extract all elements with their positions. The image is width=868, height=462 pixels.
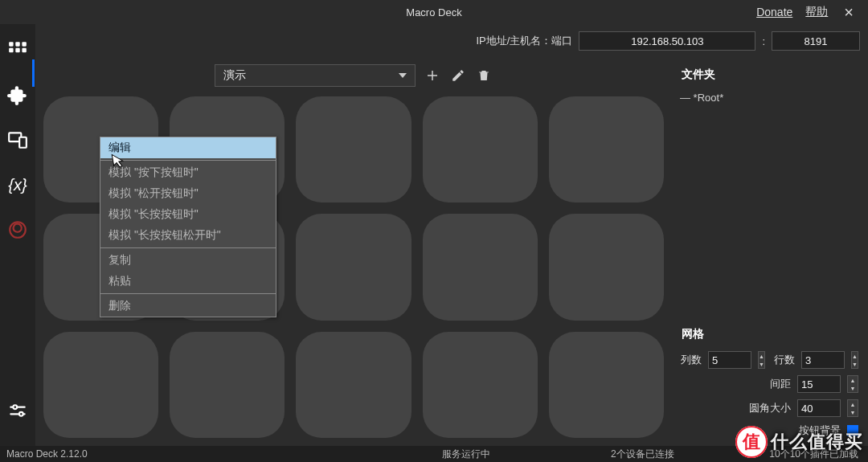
devices-icon[interactable] [6, 129, 29, 151]
chevron-down-icon [399, 73, 407, 78]
add-profile-icon[interactable] [424, 67, 441, 84]
status-plugins: 10个10个插件已加载 [769, 448, 858, 461]
bg-checkbox[interactable] [847, 425, 858, 436]
title-bar: Macro Deck Donate 帮助 × [0, 0, 868, 24]
cols-label: 列数 [678, 353, 702, 367]
pad-button[interactable] [170, 332, 285, 438]
svg-point-12 [19, 412, 23, 416]
deck-icon[interactable] [6, 39, 29, 61]
folders-header: 文件夹 [677, 66, 860, 84]
ctx-paste[interactable]: 粘贴 [100, 271, 276, 292]
connection-row: IP地址/主机名：端口 : [0, 27, 868, 55]
grid-header: 网格 [677, 325, 860, 343]
ctx-separator [100, 293, 276, 294]
status-devices: 2个设备已连接 [611, 448, 674, 461]
cols-spinner[interactable]: ▲▼ [758, 351, 765, 369]
grid-settings: 列数 ▲▼ 行数 ▲▼ 间距 ▲▼ 圆角大小 ▲▼ 按钮背景 [677, 348, 860, 441]
plugins-icon[interactable] [6, 84, 29, 106]
pad-button[interactable] [423, 96, 538, 202]
port-input[interactable] [772, 31, 860, 51]
sidebar: {x} [0, 24, 35, 446]
folder-root[interactable]: — *Root* [680, 92, 857, 104]
profile-select[interactable]: 演示 [215, 64, 416, 87]
sidebar-active-stripe [32, 59, 35, 87]
status-service: 服务运行中 [442, 448, 490, 461]
right-panel: 文件夹 — *Root* 网格 列数 ▲▼ 行数 ▲▼ 间距 ▲▼ 圆角大小 ▲… [672, 61, 868, 446]
radius-spinner[interactable]: ▲▼ [847, 399, 858, 417]
status-bar: Macro Deck 2.12.0 服务运行中 2个设备已连接 10个10个插件… [0, 446, 868, 462]
bg-label: 按钮背景 [799, 423, 841, 438]
settings-icon[interactable] [6, 399, 29, 422]
ip-label: IP地址/主机名：端口 [476, 34, 572, 48]
obs-icon[interactable] [6, 219, 29, 241]
ctx-separator [100, 160, 276, 161]
delete-profile-icon[interactable] [475, 67, 493, 84]
donate-link[interactable]: Donate [756, 6, 792, 18]
pad-button[interactable] [423, 214, 538, 320]
edit-profile-icon[interactable] [449, 67, 467, 84]
ctx-sim-long[interactable]: 模拟 "长按按钮时" [100, 204, 276, 225]
ip-input[interactable] [579, 31, 755, 51]
gap-spinner[interactable]: ▲▼ [847, 375, 858, 393]
folder-tree[interactable]: — *Root* [677, 88, 860, 321]
pad-button[interactable] [549, 332, 664, 438]
svg-rect-7 [19, 137, 27, 148]
ctx-copy[interactable]: 复制 [100, 250, 276, 271]
radius-input[interactable] [797, 399, 841, 417]
svg-rect-1 [15, 42, 19, 46]
pad-button[interactable] [549, 214, 664, 320]
ctx-sim-long-release[interactable]: 模拟 "长按按钮松开时" [100, 225, 276, 246]
cols-input[interactable] [708, 351, 751, 369]
profile-row: 演示 [35, 61, 672, 90]
help-link[interactable]: 帮助 [805, 5, 828, 19]
pad-button[interactable] [296, 96, 411, 202]
svg-rect-3 [9, 48, 13, 52]
pad-button[interactable] [43, 332, 158, 438]
context-menu: 编辑 模拟 "按下按钮时" 模拟 "松开按钮时" 模拟 "长按按钮时" 模拟 "… [100, 137, 276, 317]
svg-rect-2 [22, 42, 26, 46]
status-version: Macro Deck 2.12.0 [6, 448, 88, 460]
svg-point-11 [13, 405, 17, 409]
pad-button[interactable] [296, 332, 411, 438]
rows-spinner[interactable]: ▲▼ [851, 351, 858, 369]
variables-icon[interactable]: {x} [6, 174, 29, 196]
svg-rect-4 [15, 48, 19, 52]
svg-rect-0 [9, 42, 13, 46]
app-title: Macro Deck [406, 6, 461, 18]
ctx-edit[interactable]: 编辑 [100, 137, 276, 158]
svg-rect-5 [22, 48, 26, 52]
ctx-separator [100, 247, 276, 248]
pad-button[interactable] [423, 332, 538, 438]
gap-input[interactable] [797, 375, 841, 393]
radius-label: 圆角大小 [743, 401, 791, 415]
close-button[interactable]: × [841, 3, 857, 22]
pad-button[interactable] [296, 214, 411, 320]
gap-label: 间距 [743, 377, 791, 391]
pad-button[interactable] [549, 96, 664, 202]
ip-sep: : [762, 35, 765, 47]
rows-label: 行数 [772, 353, 795, 367]
rows-input[interactable] [801, 351, 845, 369]
profile-selected: 演示 [223, 68, 246, 83]
ctx-sim-release[interactable]: 模拟 "松开按钮时" [100, 183, 276, 204]
ctx-sim-press[interactable]: 模拟 "按下按钮时" [100, 162, 276, 183]
ctx-delete[interactable]: 删除 [100, 296, 276, 317]
